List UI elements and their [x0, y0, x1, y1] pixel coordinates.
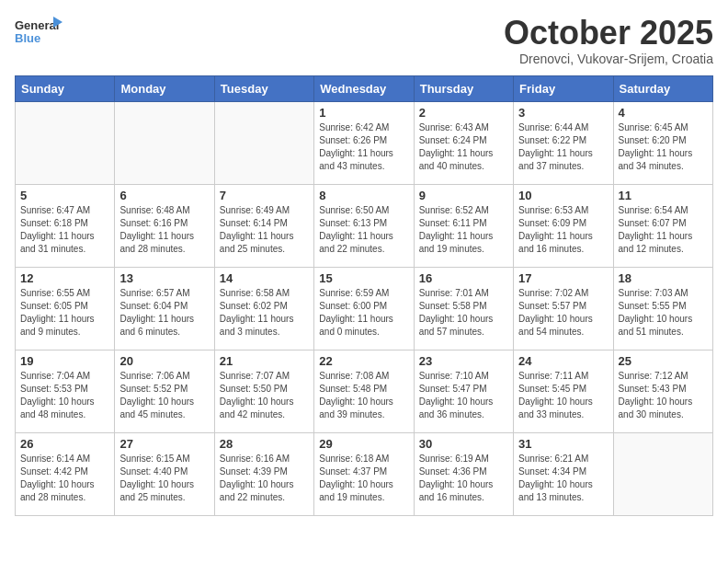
month-title: October 2025: [504, 15, 713, 52]
day-info: Sunrise: 6:52 AM Sunset: 6:11 PM Dayligh…: [419, 204, 508, 256]
weekday-header-sunday: Sunday: [16, 75, 115, 101]
day-info: Sunrise: 7:02 AM Sunset: 5:57 PM Dayligh…: [518, 287, 608, 339]
weekday-header-thursday: Thursday: [414, 75, 513, 101]
page-header: General Blue October 2025 Drenovci, Vuko…: [15, 15, 713, 66]
calendar-cell: [16, 101, 115, 184]
day-info: Sunrise: 7:07 AM Sunset: 5:50 PM Dayligh…: [220, 370, 309, 421]
day-info: Sunrise: 6:50 AM Sunset: 6:13 PM Dayligh…: [319, 204, 408, 256]
day-number: 29: [319, 437, 408, 451]
day-number: 26: [20, 437, 109, 451]
day-number: 28: [220, 437, 309, 451]
calendar-cell: 25Sunrise: 7:12 AM Sunset: 5:43 PM Dayli…: [613, 350, 712, 432]
day-info: Sunrise: 6:53 AM Sunset: 6:09 PM Dayligh…: [518, 204, 608, 256]
day-info: Sunrise: 6:19 AM Sunset: 4:36 PM Dayligh…: [419, 453, 508, 504]
day-number: 24: [518, 354, 608, 368]
calendar-cell: 24Sunrise: 7:11 AM Sunset: 5:45 PM Dayli…: [514, 350, 613, 432]
day-info: Sunrise: 6:44 AM Sunset: 6:22 PM Dayligh…: [518, 121, 608, 173]
day-info: Sunrise: 6:18 AM Sunset: 4:37 PM Dayligh…: [319, 453, 408, 504]
calendar-week-3: 19Sunrise: 7:04 AM Sunset: 5:53 PM Dayli…: [16, 350, 713, 432]
calendar-cell: 8Sunrise: 6:50 AM Sunset: 6:13 PM Daylig…: [314, 184, 414, 267]
title-block: October 2025 Drenovci, Vukovar-Srijem, C…: [504, 15, 713, 66]
day-number: 16: [419, 271, 508, 285]
calendar-cell: 15Sunrise: 6:59 AM Sunset: 6:00 PM Dayli…: [314, 267, 414, 350]
svg-text:General: General: [15, 18, 59, 32]
svg-text:Blue: Blue: [15, 31, 40, 45]
day-number: 22: [319, 354, 408, 368]
day-info: Sunrise: 7:10 AM Sunset: 5:47 PM Dayligh…: [419, 370, 508, 421]
calendar-cell: 7Sunrise: 6:49 AM Sunset: 6:14 PM Daylig…: [214, 184, 313, 267]
day-number: 25: [619, 354, 708, 368]
calendar-cell: 28Sunrise: 6:16 AM Sunset: 4:39 PM Dayli…: [214, 432, 313, 515]
day-info: Sunrise: 7:12 AM Sunset: 5:43 PM Dayligh…: [619, 370, 708, 421]
day-info: Sunrise: 6:57 AM Sunset: 6:04 PM Dayligh…: [119, 287, 209, 339]
day-info: Sunrise: 6:15 AM Sunset: 4:40 PM Dayligh…: [119, 453, 209, 504]
calendar-cell: 12Sunrise: 6:55 AM Sunset: 6:05 PM Dayli…: [16, 267, 115, 350]
logo-icon: General Blue: [15, 15, 63, 48]
calendar-cell: 21Sunrise: 7:07 AM Sunset: 5:50 PM Dayli…: [214, 350, 313, 432]
day-number: 3: [518, 106, 608, 120]
calendar-table: SundayMondayTuesdayWednesdayThursdayFrid…: [15, 75, 713, 516]
calendar-cell: 5Sunrise: 6:47 AM Sunset: 6:18 PM Daylig…: [16, 184, 115, 267]
day-info: Sunrise: 6:58 AM Sunset: 6:02 PM Dayligh…: [220, 287, 309, 339]
day-number: 9: [419, 189, 508, 202]
day-info: Sunrise: 6:14 AM Sunset: 4:42 PM Dayligh…: [20, 453, 109, 504]
calendar-cell: [214, 101, 313, 184]
calendar-week-0: 1Sunrise: 6:42 AM Sunset: 6:26 PM Daylig…: [16, 101, 713, 184]
day-info: Sunrise: 6:55 AM Sunset: 6:05 PM Dayligh…: [20, 287, 109, 339]
location: Drenovci, Vukovar-Srijem, Croatia: [504, 52, 713, 66]
day-info: Sunrise: 7:01 AM Sunset: 5:58 PM Dayligh…: [419, 287, 508, 339]
day-info: Sunrise: 7:11 AM Sunset: 5:45 PM Dayligh…: [518, 370, 608, 421]
calendar-cell: 9Sunrise: 6:52 AM Sunset: 6:11 PM Daylig…: [414, 184, 513, 267]
day-info: Sunrise: 6:21 AM Sunset: 4:34 PM Dayligh…: [518, 453, 608, 504]
day-info: Sunrise: 6:42 AM Sunset: 6:26 PM Dayligh…: [319, 121, 408, 173]
day-number: 5: [20, 189, 109, 202]
day-number: 1: [319, 106, 408, 120]
day-number: 11: [619, 189, 708, 202]
logo: General Blue: [15, 15, 63, 48]
weekday-header-friday: Friday: [514, 75, 613, 101]
weekday-header-monday: Monday: [115, 75, 214, 101]
day-info: Sunrise: 6:47 AM Sunset: 6:18 PM Dayligh…: [20, 204, 109, 256]
weekday-header-saturday: Saturday: [613, 75, 712, 101]
calendar-week-2: 12Sunrise: 6:55 AM Sunset: 6:05 PM Dayli…: [16, 267, 713, 350]
day-number: 31: [518, 437, 608, 451]
calendar-cell: 22Sunrise: 7:08 AM Sunset: 5:48 PM Dayli…: [314, 350, 414, 432]
calendar-cell: 4Sunrise: 6:45 AM Sunset: 6:20 PM Daylig…: [613, 101, 712, 184]
day-number: 18: [619, 271, 708, 285]
calendar-cell: 13Sunrise: 6:57 AM Sunset: 6:04 PM Dayli…: [115, 267, 214, 350]
day-info: Sunrise: 7:03 AM Sunset: 5:55 PM Dayligh…: [619, 287, 708, 339]
day-number: 15: [319, 271, 408, 285]
calendar-cell: 23Sunrise: 7:10 AM Sunset: 5:47 PM Dayli…: [414, 350, 513, 432]
calendar-cell: 3Sunrise: 6:44 AM Sunset: 6:22 PM Daylig…: [514, 101, 613, 184]
day-info: Sunrise: 6:59 AM Sunset: 6:00 PM Dayligh…: [319, 287, 408, 339]
calendar-cell: [613, 432, 712, 515]
weekday-header-wednesday: Wednesday: [314, 75, 414, 101]
day-info: Sunrise: 6:54 AM Sunset: 6:07 PM Dayligh…: [619, 204, 708, 256]
calendar-cell: 17Sunrise: 7:02 AM Sunset: 5:57 PM Dayli…: [514, 267, 613, 350]
day-info: Sunrise: 6:45 AM Sunset: 6:20 PM Dayligh…: [619, 121, 708, 173]
day-number: 14: [220, 271, 309, 285]
day-number: 12: [20, 271, 109, 285]
day-info: Sunrise: 6:49 AM Sunset: 6:14 PM Dayligh…: [220, 204, 309, 256]
day-number: 30: [419, 437, 508, 451]
day-number: 7: [220, 189, 309, 202]
day-number: 8: [319, 189, 408, 202]
day-number: 6: [119, 189, 209, 202]
calendar-cell: 30Sunrise: 6:19 AM Sunset: 4:36 PM Dayli…: [414, 432, 513, 515]
day-info: Sunrise: 6:16 AM Sunset: 4:39 PM Dayligh…: [220, 453, 309, 504]
day-number: 17: [518, 271, 608, 285]
calendar-week-4: 26Sunrise: 6:14 AM Sunset: 4:42 PM Dayli…: [16, 432, 713, 515]
calendar-cell: [115, 101, 214, 184]
day-number: 27: [119, 437, 209, 451]
weekday-header-row: SundayMondayTuesdayWednesdayThursdayFrid…: [16, 75, 713, 101]
weekday-header-tuesday: Tuesday: [214, 75, 313, 101]
calendar-cell: 14Sunrise: 6:58 AM Sunset: 6:02 PM Dayli…: [214, 267, 313, 350]
calendar-cell: 6Sunrise: 6:48 AM Sunset: 6:16 PM Daylig…: [115, 184, 214, 267]
calendar-week-1: 5Sunrise: 6:47 AM Sunset: 6:18 PM Daylig…: [16, 184, 713, 267]
calendar-cell: 11Sunrise: 6:54 AM Sunset: 6:07 PM Dayli…: [613, 184, 712, 267]
day-number: 4: [619, 106, 708, 120]
day-info: Sunrise: 7:04 AM Sunset: 5:53 PM Dayligh…: [20, 370, 109, 421]
day-info: Sunrise: 6:48 AM Sunset: 6:16 PM Dayligh…: [119, 204, 209, 256]
day-number: 13: [119, 271, 209, 285]
day-info: Sunrise: 6:43 AM Sunset: 6:24 PM Dayligh…: [419, 121, 508, 173]
